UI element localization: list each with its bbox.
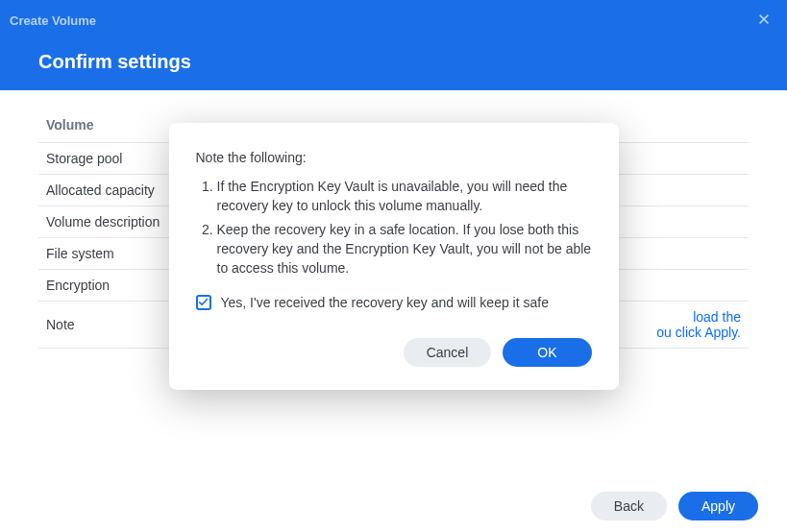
dialog-notes-list: If the Encryption Key Vault is unavailab… — [196, 177, 592, 278]
confirmation-checkbox-label: Yes, I've received the recovery key and … — [221, 294, 549, 311]
ok-button[interactable]: OK — [503, 338, 591, 367]
modal-overlay: Note the following: If the Encryption Ke… — [0, 0, 787, 532]
dialog-footer: Cancel OK — [196, 338, 592, 367]
dialog-note-1: If the Encryption Key Vault is unavailab… — [217, 177, 592, 216]
dialog-heading: Note the following: — [196, 150, 592, 165]
dialog-note-2: Keep the recovery key in a safe location… — [217, 220, 592, 278]
confirmation-checkbox[interactable] — [196, 295, 211, 310]
confirmation-checkbox-row: Yes, I've received the recovery key and … — [196, 294, 592, 311]
cancel-button[interactable]: Cancel — [404, 338, 492, 367]
recovery-key-dialog: Note the following: If the Encryption Ke… — [169, 123, 619, 390]
